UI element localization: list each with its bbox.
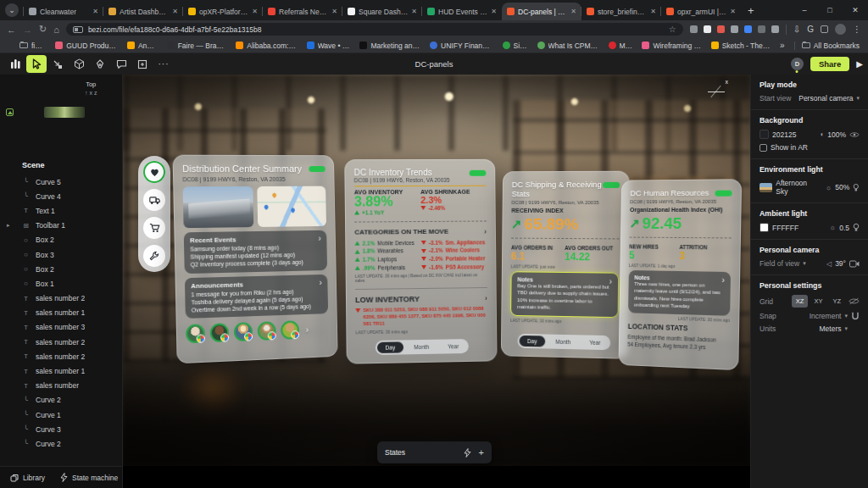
browser-tab[interactable]: HUD Events - Googl... ✕	[422, 3, 502, 20]
scene-tree-item[interactable]: sales number	[0, 379, 122, 393]
environment-intensity[interactable]: 50%	[835, 183, 849, 191]
segment-button[interactable]: Month	[405, 341, 437, 353]
scene-tree-item[interactable]: sales number 1	[0, 306, 122, 320]
ambient-intensity[interactable]: 0.5	[839, 224, 849, 232]
library-button[interactable]: Library	[10, 474, 45, 482]
ambient-color-value[interactable]: FFFFFF	[772, 224, 798, 232]
favorites-heart-button[interactable]	[143, 161, 165, 183]
forward-button[interactable]: →	[23, 25, 32, 35]
browser-tab[interactable]: Artist Dashboard - A... ✕	[103, 3, 183, 20]
background-color-value[interactable]: 202125	[772, 130, 796, 139]
scene-tree-item[interactable]: sales number 3	[0, 320, 122, 335]
scene-tree-item[interactable]: sales number 2	[0, 349, 122, 363]
scene-tree-item[interactable]: ▸ Toolbar 1	[0, 219, 122, 233]
extension-icon[interactable]	[731, 25, 738, 33]
scene-tree-item[interactable]: ▸ Group 8	[0, 452, 122, 456]
downloads-icon[interactable]: ⇩	[793, 25, 800, 34]
maximize-button[interactable]: □	[817, 0, 843, 20]
notes-card-selected[interactable]: Notes › Bay One is still broken, parts o…	[510, 271, 619, 317]
select-tool-button[interactable]	[26, 55, 47, 73]
tab-close-icon[interactable]: ✕	[730, 8, 736, 15]
avatar[interactable]	[186, 324, 205, 343]
pen-tool-button[interactable]	[90, 55, 110, 73]
tab-close-icon[interactable]: ✕	[331, 8, 337, 15]
chevron-right-icon[interactable]: ›	[609, 277, 612, 286]
window-close-button[interactable]: ✕	[843, 0, 868, 20]
axis-gizmo[interactable]: x	[706, 81, 728, 103]
extension-icon[interactable]	[717, 25, 725, 33]
tab-close-icon[interactable]: ✕	[491, 8, 497, 15]
extension-icon[interactable]	[771, 25, 779, 33]
background-color-swatch[interactable]	[760, 130, 769, 139]
announcements-card[interactable]: Announcements › 1 message for you from R…	[185, 274, 328, 319]
browser-tab[interactable]: store_briefing | Bezi ✕	[581, 3, 661, 20]
segment-button[interactable]: Month	[547, 336, 579, 348]
scene-tree-item[interactable]: Curve 2	[0, 436, 122, 451]
frame-tool-button[interactable]	[132, 55, 153, 73]
chevron-right-icon[interactable]: ›	[485, 294, 487, 302]
viewport-canvas[interactable]: x Distribution Center	[123, 75, 750, 488]
bulb-icon[interactable]	[853, 183, 860, 192]
fov-value[interactable]: 39°	[835, 259, 846, 268]
tab-search-button[interactable]: ⌄	[5, 3, 19, 17]
browser-tab[interactable]: opxr_armUI | Bezi ✕	[661, 3, 741, 20]
google-apps-icon[interactable]: G	[807, 25, 814, 34]
truck-button[interactable]	[143, 189, 165, 211]
bookmarks-overflow-button[interactable]: »	[780, 41, 785, 50]
segment-button[interactable]: Day	[519, 336, 545, 347]
bookmark-item[interactable]: What Is CPM | CPM...	[537, 42, 599, 50]
address-bar[interactable]: bezi.com/file/efa188c0-d6a6-4dbf-a7bf-5e…	[66, 23, 683, 36]
tab-close-icon[interactable]: ✕	[650, 8, 656, 15]
cart-button[interactable]	[143, 217, 165, 239]
side-panel-icon[interactable]	[821, 25, 828, 33]
browser-tab[interactable]: opXR-Platform_Oven... ✕	[183, 3, 263, 20]
scene-tree-item[interactable]: Curve 3	[0, 422, 122, 436]
bookmark-item[interactable]: GUUD Products ~ H...	[55, 42, 118, 50]
extension-icon[interactable]	[690, 25, 698, 33]
avatar[interactable]	[210, 323, 230, 342]
scene-tree-item[interactable]: sales number 2	[0, 291, 122, 306]
segment-button[interactable]: Year	[439, 341, 467, 352]
reload-button[interactable]: ↻	[39, 24, 47, 35]
site-info-icon[interactable]	[73, 26, 83, 33]
tab-close-icon[interactable]: ✕	[252, 8, 258, 15]
bulb-icon[interactable]	[853, 223, 860, 232]
bookmark-item[interactable]: Wireframing UX Kit...	[642, 42, 701, 50]
scene-tree-item[interactable]: Box 2	[0, 233, 122, 247]
expand-caret-icon[interactable]: ▸	[7, 222, 10, 229]
all-bookmarks-button[interactable]: All Bookmarks	[794, 42, 860, 50]
browser-tab[interactable]: Referrals Needed - L... ✕	[263, 3, 342, 20]
camera-icon[interactable]	[849, 260, 860, 268]
bookmark-item[interactable]: Marketing and Com...	[359, 42, 420, 50]
extension-icon[interactable]	[758, 25, 765, 33]
panel-distribution-summary[interactable]: Distribution Center Summary DC08 | 9199 …	[172, 155, 337, 364]
user-avatar[interactable]: D	[791, 58, 804, 70]
tab-close-icon[interactable]: ✕	[411, 8, 417, 15]
panel-shipping-stats[interactable]: DC Shipping & Receiving Stats DC08 | 919…	[501, 171, 630, 359]
orientation-gizmo[interactable]: Top ↑ x z	[85, 80, 97, 98]
avatar[interactable]	[234, 322, 253, 341]
scene-tree-item[interactable]: Curve 4	[0, 189, 122, 203]
browser-tab[interactable]: DC-panels | Bezi ✕	[502, 3, 581, 20]
tab-close-icon[interactable]: ✕	[570, 8, 576, 15]
scene-tree-item[interactable]: Curve 2	[0, 393, 122, 408]
add-state-button[interactable]: +	[479, 447, 484, 458]
bookmark-item[interactable]: Sign In	[503, 42, 528, 50]
avatar[interactable]	[281, 320, 299, 340]
scene-tree-item[interactable]: Box 2	[0, 262, 122, 276]
bookmark-item[interactable]: Sketch - The digital...	[711, 42, 771, 50]
share-button[interactable]: Share	[810, 57, 849, 71]
segment-button[interactable]: Day	[376, 341, 403, 353]
scene-tree-item[interactable]: Curve 5	[0, 175, 122, 189]
chevron-right-icon[interactable]: ›	[318, 234, 320, 243]
fov-label[interactable]: Field of view	[760, 259, 799, 268]
play-button[interactable]: ▶	[856, 59, 863, 69]
bookmark-item[interactable]: financial	[8, 42, 46, 50]
minimize-button[interactable]: –	[792, 0, 817, 20]
shape-tool-button[interactable]	[69, 55, 89, 73]
bookmark-item[interactable]: Alibaba.com: Manuf...	[236, 42, 297, 50]
state-machine-icon[interactable]	[464, 448, 471, 458]
grid-plane-button[interactable]: XY	[810, 295, 826, 308]
panel-human-resources[interactable]: DC Human Resources DC08 | 9199 HWY6, Res…	[619, 179, 743, 370]
tab-close-icon[interactable]: ✕	[92, 8, 98, 15]
